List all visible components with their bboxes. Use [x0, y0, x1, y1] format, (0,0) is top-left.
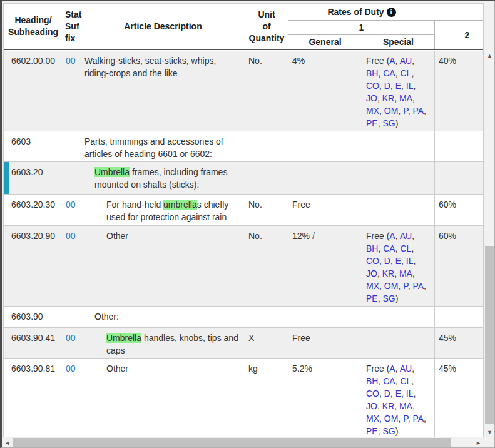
spi-code-link[interactable]: JO [366, 401, 377, 411]
spi-code-link[interactable]: JO [366, 268, 377, 278]
spi-code-link[interactable]: E [395, 389, 401, 399]
spi-code-link[interactable]: A [389, 231, 395, 241]
spi-code-link[interactable]: SG [382, 293, 395, 303]
spi-code-link[interactable]: SG [382, 118, 395, 128]
heading-cell: 6603 [4, 131, 63, 161]
spi-code-link[interactable]: OM [384, 281, 399, 291]
spi-code-link[interactable]: SG [382, 426, 395, 436]
spi-code-link[interactable]: D [384, 389, 390, 399]
spi-code-link[interactable]: CL [400, 243, 411, 253]
spi-code-link[interactable]: CA [383, 243, 395, 253]
spi-code-link[interactable]: PA [412, 414, 424, 424]
spi-code-link[interactable]: OM [384, 414, 399, 424]
spi-code-link[interactable]: A [389, 364, 395, 374]
description-text: For hand-held [106, 200, 163, 210]
rate-2-cell: 45% [435, 328, 483, 358]
stat-suffix-link[interactable]: 00 [66, 364, 76, 374]
spi-code-link[interactable]: CO [366, 389, 379, 399]
rates-of-duty-label: Rates of Duty [327, 7, 384, 17]
spi-code-link[interactable]: CL [400, 376, 411, 386]
general-rate-cell: Free [288, 195, 362, 225]
spi-code-link[interactable]: BH [366, 376, 378, 386]
general-rate-cell: Free [288, 328, 362, 358]
unit-of-quantity-cell [245, 162, 288, 194]
spi-code-link[interactable]: MX [366, 414, 379, 424]
spi-code-link[interactable]: PE [366, 118, 378, 128]
scroll-right-icon[interactable]: ► [473, 437, 484, 448]
horizontal-scrollbar-thumb[interactable] [13, 438, 451, 447]
article-description-cell: Walking-sticks, seat-sticks, whips, ridi… [81, 51, 245, 131]
horizontal-scrollbar[interactable]: ◄ ► [2, 437, 484, 448]
stat-suffix-cell [63, 131, 81, 161]
column-header-heading-subheading: Heading/ Subheading [4, 4, 63, 49]
spi-code-link[interactable]: CO [366, 81, 379, 91]
vertical-scrollbar[interactable]: ▲ ▼ [484, 50, 495, 437]
spi-code-link[interactable]: CL [400, 68, 411, 78]
general-rate-cell [288, 131, 362, 161]
spi-code-link[interactable]: CO [366, 256, 379, 266]
spi-code-link[interactable]: A [389, 56, 395, 66]
spi-code-link[interactable]: CA [383, 376, 395, 386]
spi-code-link[interactable]: D [384, 256, 390, 266]
spi-code-link[interactable]: IL [406, 256, 414, 266]
spi-code-link[interactable]: E [395, 81, 401, 91]
spi-code-link[interactable]: MA [399, 401, 412, 411]
spi-code-link[interactable]: OM [384, 106, 399, 116]
unit-of-quantity-cell: No. [245, 226, 288, 306]
spi-code-link[interactable]: PE [366, 293, 378, 303]
spi-code-link[interactable]: MX [366, 281, 379, 291]
spi-code-link[interactable]: MA [399, 268, 412, 278]
spi-code-link[interactable]: PA [412, 281, 424, 291]
stat-suffix-link[interactable]: 00 [66, 231, 76, 241]
stat-suffix-link[interactable]: 00 [66, 333, 76, 343]
spi-code-link[interactable]: JO [366, 93, 377, 103]
spi-code-link[interactable]: MA [399, 93, 412, 103]
spi-code-link[interactable]: IL [406, 81, 414, 91]
spi-code-link[interactable]: E [395, 256, 401, 266]
stat-suffix-link[interactable]: 00 [66, 200, 76, 210]
spi-code-link[interactable]: PA [412, 106, 424, 116]
spi-code-link[interactable]: AU [400, 364, 412, 374]
footnote-link[interactable]: / [312, 231, 315, 241]
table-row: 6603.90.8100Otherkg5.2%Free (A, AU, BH, … [4, 359, 483, 437]
unit-of-quantity-cell: kg [245, 359, 288, 437]
scroll-up-icon[interactable]: ▲ [484, 50, 495, 61]
spi-code-link[interactable]: PE [366, 426, 378, 436]
spi-code-link[interactable]: AU [400, 56, 412, 66]
spi-code-link[interactable]: AU [400, 231, 412, 241]
unit-of-quantity-cell [245, 131, 288, 161]
stat-suffix-link[interactable]: 00 [66, 56, 76, 66]
article-description-cell: Parts, trimmings and accessories of arti… [81, 131, 245, 161]
spi-code-link[interactable]: KR [382, 93, 394, 103]
article-description-cell: Umbrella frames, including frames mounte… [81, 162, 245, 194]
vertical-scrollbar-thumb[interactable] [485, 246, 494, 424]
special-rate-cell [362, 162, 435, 194]
scroll-left-icon[interactable]: ◄ [2, 437, 13, 448]
spi-code-link[interactable]: CA [383, 68, 395, 78]
spi-code-link[interactable]: P [403, 281, 408, 291]
table-body: 6602.00.0000Walking-sticks, seat-sticks,… [4, 51, 483, 437]
article-description-cell: Other [81, 226, 245, 306]
scroll-down-icon[interactable]: ▼ [484, 427, 495, 437]
spi-code-link[interactable]: MX [366, 106, 379, 116]
spi-code-link[interactable]: P [403, 106, 408, 116]
column-header-article-description: Article Description [81, 4, 245, 49]
spi-code-link[interactable]: IL [406, 389, 414, 399]
heading-cell: 6603.20.30 [4, 195, 63, 225]
table-row: 6603.90Other: [4, 307, 483, 328]
spi-code-link[interactable]: BH [366, 68, 378, 78]
spi-code-link[interactable]: KR [382, 268, 394, 278]
rates-of-duty-header: Rates of Duty i [288, 4, 483, 21]
spi-code-link[interactable]: KR [382, 401, 394, 411]
stat-suffix-cell: 00 [63, 226, 81, 306]
special-rate-cell: Free (A, AU, BH, CA, CL, CO, D, E, IL, J… [362, 51, 435, 131]
table-row: 6603Parts, trimmings and accessories of … [4, 131, 483, 162]
spi-code-link[interactable]: D [384, 81, 390, 91]
spi-code-link[interactable]: BH [366, 243, 378, 253]
heading-cell: 6603.90 [4, 307, 63, 327]
column-header-stat-suffix: Stat Suf fix [63, 4, 81, 49]
special-rate-cell [362, 131, 435, 161]
description-text: Other [106, 364, 128, 374]
info-icon[interactable]: i [387, 8, 396, 17]
spi-code-link[interactable]: P [403, 414, 408, 424]
